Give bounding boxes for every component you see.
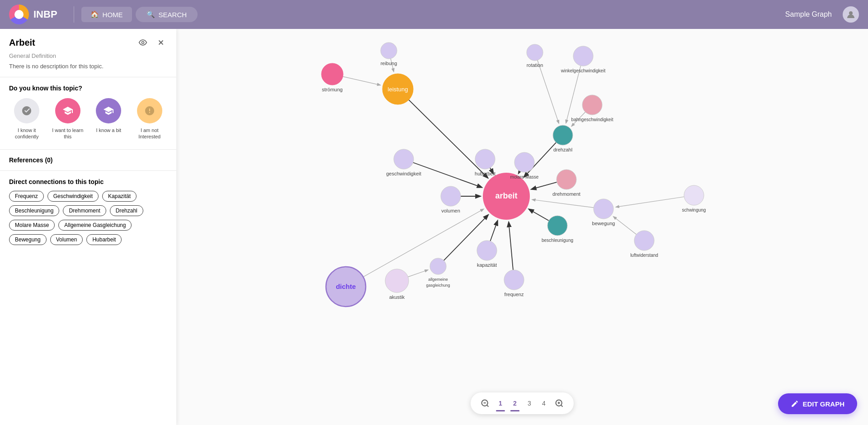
svg-text:schwingung: schwingung: [682, 208, 706, 212]
node-reibung[interactable]: reibung: [381, 42, 397, 66]
zoom-page-4[interactable]: 4: [538, 397, 550, 410]
tag-item[interactable]: Beschleunigung: [9, 205, 59, 216]
avatar[interactable]: [843, 6, 859, 23]
tag-item[interactable]: Volumen: [50, 234, 83, 245]
svg-point-59: [582, 95, 602, 115]
edit-graph-button[interactable]: EDIT GRAPH: [778, 393, 857, 414]
know-label-confidently: I know it confidently: [9, 127, 45, 140]
node-allgemeine_gasgleichung[interactable]: allgemeinegasgleichung: [426, 258, 450, 288]
svg-point-65: [381, 42, 397, 59]
graph-svg[interactable]: arbeitleistungdichteakustikgeschwindigke…: [176, 29, 868, 425]
svg-point-31: [385, 269, 409, 293]
svg-point-1: [142, 42, 144, 44]
svg-text:hubarbeit: hubarbeit: [475, 171, 495, 176]
zoom-page-2[interactable]: 2: [509, 397, 521, 410]
home-nav-button[interactable]: 🏠 HOME: [81, 7, 132, 22]
zoom-bar: 1 2 3 4: [471, 392, 574, 414]
svg-text:kapazität: kapazität: [477, 262, 497, 268]
svg-text:luftwiderstand: luftwiderstand: [630, 253, 658, 258]
svg-line-7: [519, 171, 519, 173]
tag-item[interactable]: Allgemeine Gasgleichung: [58, 220, 132, 231]
panel-description: There is no description for this topic.: [0, 61, 176, 75]
tag-item[interactable]: Hubarbeit: [86, 234, 122, 245]
zoom-page-3[interactable]: 3: [523, 397, 536, 410]
eye-icon-button[interactable]: [137, 36, 149, 49]
node-luftwiderstand[interactable]: luftwiderstand: [630, 231, 658, 258]
search-nav-button[interactable]: 🔍 SEARCH: [136, 7, 198, 22]
node-winkelgeschwindigkeit[interactable]: winkelgeschwindigkeit: [561, 46, 606, 73]
node-dichte[interactable]: dichte: [326, 267, 366, 307]
node-beschleunigung[interactable]: beschleunigung: [542, 216, 573, 243]
node-akustik[interactable]: akustik: [385, 269, 409, 300]
svg-line-24: [613, 217, 637, 234]
references-title: References (0): [9, 156, 53, 164]
home-icon: 🏠: [90, 10, 99, 19]
svg-line-70: [487, 405, 489, 407]
node-stroemung[interactable]: strömung: [321, 63, 343, 92]
svg-point-33: [394, 149, 414, 169]
node-arbeit[interactable]: arbeit: [483, 173, 530, 220]
zoom-out-button[interactable]: [478, 396, 492, 411]
svg-line-4: [409, 100, 488, 178]
tag-item[interactable]: Drehmoment: [63, 205, 106, 216]
svg-point-67: [321, 63, 343, 85]
node-schwingung[interactable]: schwingung: [682, 185, 706, 212]
know-label-bit: I know a bit: [96, 127, 121, 133]
svg-text:frequenz: frequenz: [505, 292, 524, 297]
node-bahngeschwindigkeit[interactable]: bahngeschwindigkeit: [571, 95, 613, 122]
panel-subtitle: General Definition: [0, 52, 176, 61]
zoom-in-button[interactable]: [552, 396, 566, 411]
svg-text:drehzahl: drehzahl: [553, 147, 572, 152]
tag-item[interactable]: Molare Masse: [9, 220, 55, 231]
logo-area: INBP: [9, 5, 57, 24]
node-hubarbeit[interactable]: hubarbeit: [475, 149, 495, 176]
node-volumen[interactable]: volumen: [441, 186, 461, 213]
tag-item[interactable]: Frequenz: [9, 191, 44, 202]
node-frequenz[interactable]: frequenz: [504, 270, 524, 297]
tag-item[interactable]: Bewegung: [9, 234, 47, 245]
know-icon-bit: [96, 98, 121, 123]
svg-text:reibung: reibung: [381, 61, 397, 66]
zoom-page-1[interactable]: 1: [494, 397, 507, 410]
know-option-bit[interactable]: I know a bit: [91, 98, 127, 140]
svg-text:leistung: leistung: [388, 86, 408, 93]
tag-item[interactable]: Geschwindigkeit: [47, 191, 99, 202]
header: INBP 🏠 HOME 🔍 SEARCH Sample Graph: [0, 0, 868, 29]
node-leistung[interactable]: leistung: [382, 74, 413, 104]
home-nav-label: HOME: [103, 11, 123, 19]
know-option-learn[interactable]: I want to learn this: [50, 98, 86, 140]
svg-point-63: [634, 231, 654, 250]
node-kapazitaet[interactable]: kapazität: [477, 241, 497, 268]
tag-item[interactable]: Kapazität: [102, 191, 137, 202]
search-nav-label: SEARCH: [159, 11, 187, 19]
node-geschwindigkeit[interactable]: geschwindigkeit: [386, 149, 421, 176]
svg-point-43: [504, 270, 524, 290]
svg-line-5: [413, 162, 482, 187]
svg-line-16: [538, 60, 559, 123]
tags-container: FrequenzGeschwindigkeitKapazitätBeschleu…: [9, 191, 167, 245]
know-options: I know it confidently I want to learn th…: [9, 98, 167, 140]
svg-text:volumen: volumen: [441, 208, 460, 213]
connections-section: Direct connections to this topic Frequen…: [0, 173, 176, 250]
know-option-confidently[interactable]: I know it confidently: [9, 98, 45, 140]
node-bewegung[interactable]: bewegung: [592, 199, 615, 226]
tag-item[interactable]: Drehzahl: [110, 205, 143, 216]
svg-line-19: [363, 209, 483, 277]
side-panel: Arbeit General Definition There is no de…: [0, 29, 176, 425]
panel-divider-3: [0, 170, 176, 171]
svg-text:beschleunigung: beschleunigung: [542, 238, 573, 243]
panel-divider-1: [0, 77, 176, 77]
svg-point-0: [849, 11, 853, 15]
node-rotation[interactable]: rotation: [527, 44, 543, 68]
close-icon-button[interactable]: [155, 36, 167, 49]
svg-text:allgemeinegasgleichung: allgemeinegasgleichung: [426, 277, 450, 288]
know-option-not-interested[interactable]: I am not Interested: [132, 98, 168, 140]
svg-text:bahngeschwindigkeit: bahngeschwindigkeit: [571, 117, 613, 122]
svg-line-15: [533, 199, 594, 208]
svg-line-10: [509, 222, 513, 270]
search-icon: 🔍: [146, 10, 155, 19]
graph-area[interactable]: arbeitleistungdichteakustikgeschwindigke…: [176, 29, 868, 425]
node-drehzahl[interactable]: drehzahl: [553, 125, 573, 152]
node-drehmoment[interactable]: drehmoment: [552, 170, 580, 197]
svg-line-13: [532, 182, 557, 189]
